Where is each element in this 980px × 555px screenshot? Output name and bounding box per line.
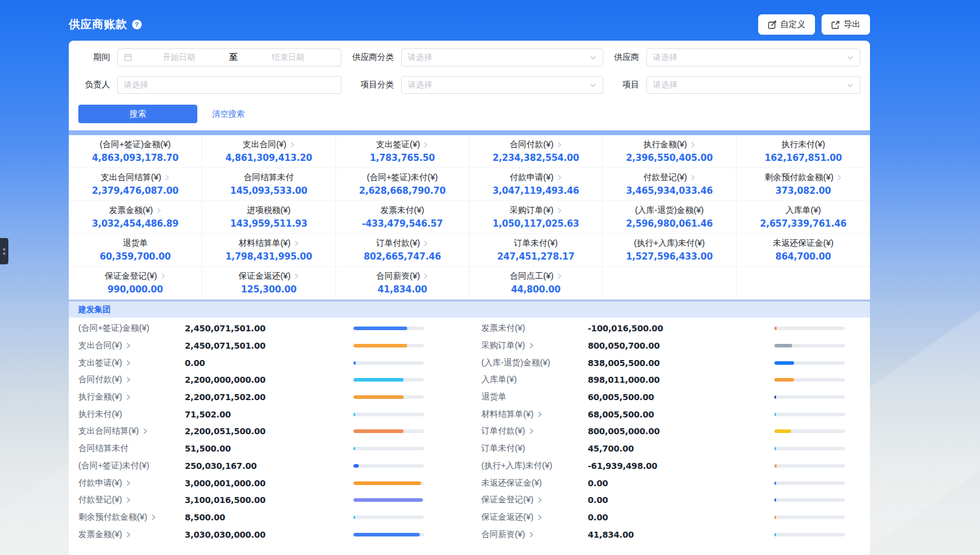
help-icon[interactable]: ? (132, 20, 142, 29)
detail-value: 3,030,030,000.00 (185, 530, 265, 539)
chevron-right-icon[interactable] (423, 273, 428, 280)
project-category-select[interactable]: 请选择 (401, 76, 603, 94)
summary-stat-cell: 订单未付(¥)247,451,278.17 (469, 234, 603, 267)
stat-label: 保证金登记(¥) (105, 271, 166, 282)
chevron-right-icon[interactable] (126, 496, 131, 504)
detail-value: 2,200,071,502.00 (185, 392, 265, 402)
start-date-placeholder[interactable]: 开始日期 (132, 52, 226, 63)
summary-stat-cell: 保证金返还(¥)125,300.00 (202, 267, 335, 300)
filter-owner: 负责人 请选择 (78, 76, 341, 94)
summary-stat-cell: (执行+入库)未付(¥)1,527,596,433.00 (603, 234, 736, 267)
project-select[interactable]: 请选择 (646, 76, 860, 94)
detail-label: 剩余预付款金额(¥) (78, 512, 185, 523)
chevron-right-icon[interactable] (294, 240, 299, 247)
progress-bar-fill (353, 447, 355, 450)
chevron-right-icon[interactable] (836, 174, 842, 181)
chevron-right-icon[interactable] (537, 514, 542, 521)
chevron-right-icon[interactable] (156, 207, 161, 214)
group-name-link[interactable]: 建发集团 (78, 304, 111, 315)
stat-value: 143,959,511.93 (230, 218, 307, 229)
progress-bar-fill (774, 395, 776, 399)
stat-value: 41,834.00 (377, 284, 427, 295)
side-drawer-handle[interactable] (0, 238, 8, 264)
stat-value: 4,861,309,413.20 (225, 153, 312, 163)
chevron-right-icon[interactable] (126, 394, 131, 401)
stat-value: 145,093,533.00 (230, 185, 307, 196)
supplier-select[interactable]: 请选择 (646, 48, 860, 66)
chevron-right-icon[interactable] (160, 273, 166, 280)
detail-value: 2,200,051,500.00 (185, 426, 265, 436)
chevron-right-icon[interactable] (126, 359, 131, 367)
detail-row: 订单付款(¥)800,005,000.00 (481, 423, 860, 440)
detail-row: 执行未付(¥)71,502.00 (78, 405, 457, 423)
chevron-right-icon[interactable] (164, 174, 170, 181)
summary-empty-cell (603, 267, 736, 300)
chevron-right-icon[interactable] (557, 207, 562, 214)
filter-period: 期间 开始日期 至 结束日期 (78, 48, 341, 66)
detail-row: (合同+签证)未付(¥)250,030,167.00 (78, 458, 457, 475)
chevron-right-icon[interactable] (289, 141, 295, 148)
supplier-category-select[interactable]: 请选择 (401, 48, 603, 66)
summary-stat-cell: (入库-退货)金额(¥)2,596,980,061.46 (603, 201, 736, 234)
detail-label: 执行金额(¥) (78, 392, 185, 402)
owner-select[interactable]: 请选择 (117, 76, 341, 94)
detail-row: 保证金登记(¥)0.00 (481, 492, 860, 509)
stat-label: 未返还保证金(¥) (773, 238, 834, 249)
select-placeholder: 请选择 (653, 52, 677, 63)
progress-bar-fill (353, 429, 404, 433)
end-date-placeholder[interactable]: 结束日期 (242, 52, 335, 63)
chevron-right-icon[interactable] (529, 531, 534, 538)
select-placeholder: 请选择 (124, 80, 148, 90)
progress-bar-track (774, 327, 845, 330)
detail-value: 800,005,000.00 (588, 426, 660, 436)
chevron-right-icon[interactable] (557, 141, 562, 148)
chevron-right-icon[interactable] (557, 174, 562, 181)
chevron-right-icon[interactable] (126, 480, 131, 487)
chevron-right-icon[interactable] (529, 342, 534, 349)
chevron-right-icon[interactable] (126, 531, 131, 538)
chevron-right-icon[interactable] (423, 141, 428, 148)
clear-search-link[interactable]: 清空搜索 (212, 109, 245, 120)
summary-stat-cell: 合同结算未付145,093,533.00 (202, 168, 335, 201)
customize-button[interactable]: 自定义 (758, 14, 815, 35)
detail-value: 60,005,500.00 (588, 392, 654, 402)
chevron-right-icon[interactable] (151, 514, 156, 521)
summary-stat-cell: 合同付款(¥)2,234,382,554.00 (469, 135, 603, 168)
chevron-right-icon[interactable] (529, 428, 534, 435)
chevron-right-icon[interactable] (537, 496, 542, 504)
chevron-right-icon[interactable] (537, 411, 542, 418)
chevron-right-icon[interactable] (423, 240, 428, 247)
progress-bar-track (353, 498, 424, 502)
detail-value: 800,050,700.00 (588, 341, 660, 350)
progress-bar-fill (774, 327, 777, 330)
detail-label: 支出签证(¥) (78, 358, 185, 368)
chevron-right-icon[interactable] (690, 174, 695, 181)
chevron-right-icon[interactable] (557, 273, 562, 280)
chevron-right-icon[interactable] (690, 141, 695, 148)
stat-value: 60,359,700.00 (100, 251, 171, 262)
chevron-right-icon[interactable] (126, 376, 131, 383)
header-actions: 自定义 导出 (758, 14, 870, 35)
period-label: 期间 (78, 52, 117, 63)
date-range-input[interactable]: 开始日期 至 结束日期 (117, 48, 341, 66)
owner-label: 负责人 (78, 80, 117, 90)
summary-stat-cell: 剩余预付款金额(¥)373,082.00 (737, 168, 870, 201)
detail-value: 2,450,071,501.00 (185, 324, 265, 333)
chevron-right-icon[interactable] (126, 342, 131, 349)
stat-value: 990,000.00 (108, 284, 163, 295)
stat-label: (执行+入库)未付(¥) (634, 238, 705, 249)
progress-bar-fill (774, 361, 794, 365)
stat-value: 3,032,454,486.89 (92, 218, 179, 229)
filter-supplier-category: 供应商分类 请选择 (341, 48, 603, 66)
detail-label: 入库单(¥) (481, 374, 588, 385)
chevron-right-icon[interactable] (294, 273, 299, 280)
export-button[interactable]: 导出 (822, 14, 870, 35)
stat-label: 付款登记(¥) (643, 172, 695, 183)
summary-stat-cell: 支出签证(¥)1,783,765.50 (336, 135, 469, 168)
chevron-right-icon[interactable] (142, 428, 148, 435)
progress-bar-track (353, 533, 424, 536)
search-button[interactable]: 搜索 (78, 105, 197, 123)
detail-row: 合同结算未付51,500.00 (78, 440, 457, 458)
summary-stat-cell: 入库单(¥)2,657,339,761.46 (737, 201, 870, 234)
filter-panel: 期间 开始日期 至 结束日期 供应商分类 请选择 (69, 41, 870, 130)
